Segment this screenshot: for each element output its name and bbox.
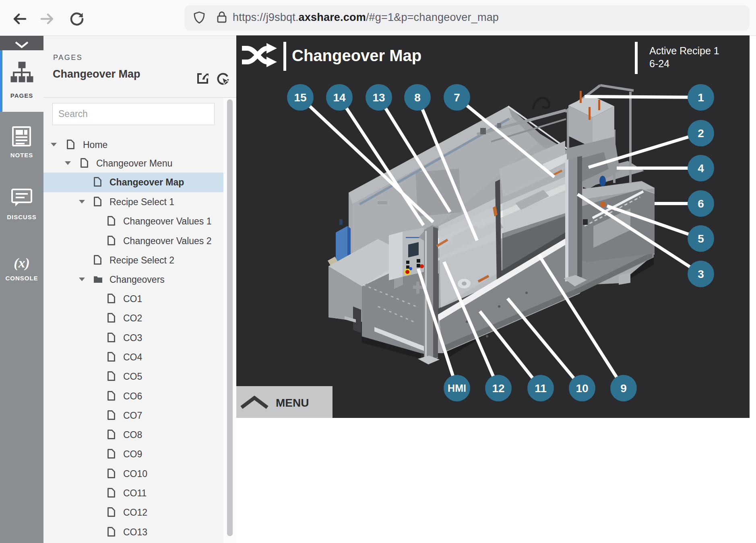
svg-text:13: 13 [372, 91, 385, 104]
svg-text:7: 7 [454, 91, 460, 104]
svg-text:12: 12 [492, 382, 504, 395]
svg-text:4: 4 [698, 162, 704, 175]
svg-text:6: 6 [698, 197, 704, 210]
svg-text:3: 3 [698, 268, 704, 280]
svg-text:8: 8 [414, 91, 421, 104]
svg-text:2: 2 [698, 127, 704, 140]
svg-text:14: 14 [333, 91, 346, 104]
svg-text:HMI: HMI [448, 383, 466, 394]
svg-text:15: 15 [294, 91, 306, 104]
svg-text:1: 1 [698, 91, 704, 104]
svg-text:10: 10 [576, 382, 588, 395]
svg-text:9: 9 [620, 382, 627, 395]
svg-text:5: 5 [698, 232, 704, 245]
svg-text:11: 11 [535, 382, 547, 395]
